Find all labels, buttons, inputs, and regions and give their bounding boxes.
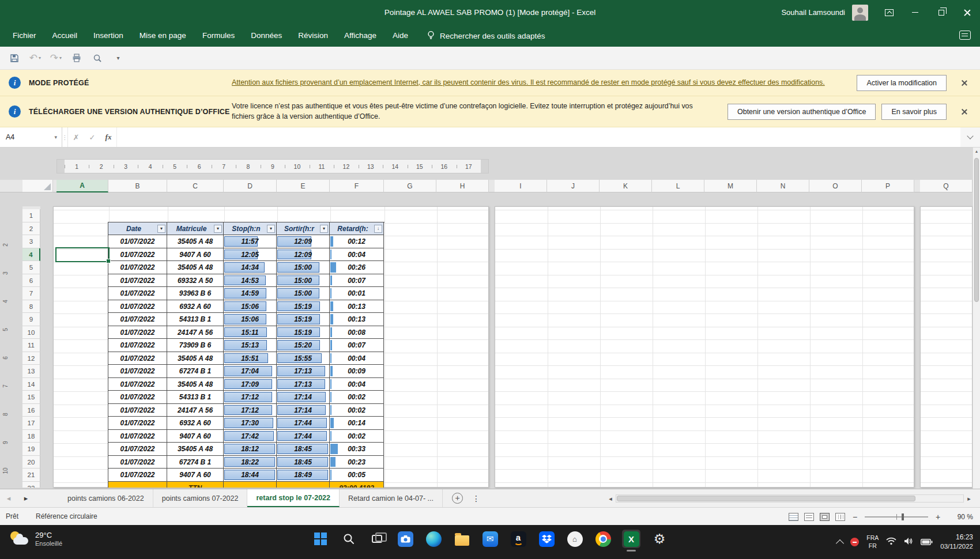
- sheet-tab-retard-camion-le-04-07[interactable]: Retard camion le 04-07- ...: [340, 489, 443, 507]
- cell-F19[interactable]: 00:33: [330, 443, 384, 456]
- learn-more-button[interactable]: En savoir plus: [881, 104, 947, 120]
- cell-E14[interactable]: 17:13: [277, 378, 330, 391]
- cell-F20[interactable]: 00:23: [330, 456, 384, 469]
- tell-me-search[interactable]: Rechercher des outils adaptés: [427, 31, 545, 41]
- cell-D13[interactable]: 17:04: [224, 365, 277, 378]
- sheet-nav-left-icon[interactable]: ◂: [0, 489, 17, 507]
- sheet-tab-points-camions-07-2022[interactable]: points camions 07-2022: [153, 489, 248, 507]
- amazon-button[interactable]: a: [509, 530, 527, 548]
- start-button[interactable]: [311, 530, 330, 548]
- settings-button[interactable]: ⚙: [650, 530, 669, 548]
- cell-F3[interactable]: 00:12: [330, 235, 384, 248]
- language-indicator[interactable]: FRA FR: [866, 534, 879, 549]
- cell-F6[interactable]: 00:07: [330, 274, 384, 287]
- column-header-H[interactable]: H: [436, 180, 489, 192]
- cell-B22[interactable]: [108, 482, 167, 488]
- file-explorer-button[interactable]: [453, 530, 471, 548]
- cell-F17[interactable]: 00:14: [330, 417, 384, 430]
- column-header-N[interactable]: N: [757, 180, 809, 192]
- excel-taskbar-button[interactable]: X: [622, 530, 640, 548]
- formula-bar-expand-icon[interactable]: [960, 127, 980, 147]
- cell-E19[interactable]: 18:45: [277, 443, 330, 456]
- sheet-menu-icon[interactable]: ⋮: [472, 494, 480, 503]
- cell-F16[interactable]: 00:02: [330, 404, 384, 417]
- display-settings-icon[interactable]: [789, 513, 798, 521]
- cell-E9[interactable]: 15:19: [277, 313, 330, 326]
- ribbon-tab-insertion[interactable]: Insertion: [85, 25, 131, 47]
- cell-C8[interactable]: 6932 A 60: [167, 300, 224, 313]
- cancel-icon[interactable]: ✗: [68, 127, 84, 147]
- zoom-out-button[interactable]: −: [851, 512, 859, 522]
- formula-input[interactable]: [116, 127, 960, 147]
- cell-D8[interactable]: 15:06: [224, 300, 277, 313]
- search-button[interactable]: [340, 530, 358, 548]
- cell-F14[interactable]: 00:04: [330, 378, 384, 391]
- filter-button-matricule[interactable]: ▾: [214, 225, 222, 233]
- cell-F9[interactable]: 00:13: [330, 313, 384, 326]
- home-app-button[interactable]: ⌂: [566, 530, 584, 548]
- undo-dropdown-icon[interactable]: ▾: [39, 55, 41, 61]
- cell-F7[interactable]: 00:01: [330, 287, 384, 300]
- cell-B3[interactable]: 01/07/2022: [108, 235, 167, 248]
- redo-dropdown-icon[interactable]: ▾: [59, 55, 62, 61]
- protected-view-message[interactable]: Attention aux fichiers provenant d’un em…: [232, 78, 857, 88]
- column-header-M[interactable]: M: [704, 180, 757, 192]
- cell-B15[interactable]: 01/07/2022: [108, 391, 167, 404]
- undo-button[interactable]: ↶▾: [25, 50, 45, 67]
- column-header-I[interactable]: I: [495, 180, 547, 192]
- cell-D10[interactable]: 15:11: [224, 326, 277, 339]
- horizontal-scrollbar-track[interactable]: [616, 494, 964, 503]
- zoom-percentage[interactable]: 90 %: [948, 513, 973, 521]
- cell-D18[interactable]: 17:42: [224, 430, 277, 443]
- cell-B16[interactable]: 01/07/2022: [108, 404, 167, 417]
- column-header-L[interactable]: L: [652, 180, 704, 192]
- column-header-Q[interactable]: Q: [920, 180, 973, 192]
- cell-B4[interactable]: 01/07/2022: [108, 248, 167, 261]
- cell-E16[interactable]: 17:14: [277, 404, 330, 417]
- page-break-view-button[interactable]: [835, 513, 845, 521]
- select-all-button[interactable]: [22, 180, 53, 192]
- cell-B19[interactable]: 01/07/2022: [108, 443, 167, 456]
- selected-cell-A4[interactable]: [55, 247, 110, 262]
- cell-B6[interactable]: 01/07/2022: [108, 274, 167, 287]
- ribbon-tab-affichage[interactable]: Affichage: [336, 25, 385, 47]
- cell-C14[interactable]: 35405 A 48: [167, 378, 224, 391]
- cell-D4[interactable]: 12:05: [224, 248, 277, 261]
- mail-button[interactable]: ✉: [481, 530, 499, 548]
- new-sheet-button[interactable]: +: [452, 493, 463, 504]
- cell-F13[interactable]: 00:09: [330, 365, 384, 378]
- edge-button[interactable]: [424, 530, 443, 548]
- cell-F5[interactable]: 00:26: [330, 261, 384, 274]
- cell-E20[interactable]: 18:45: [277, 456, 330, 469]
- cell-E5[interactable]: 15:00: [277, 261, 330, 274]
- vertical-scrollbar[interactable]: ▴: [973, 148, 980, 489]
- cell-D7[interactable]: 14:59: [224, 287, 277, 300]
- cell-E3[interactable]: 12:09: [277, 235, 330, 248]
- cell-E21[interactable]: 18:49: [277, 469, 330, 482]
- column-header-C[interactable]: C: [167, 180, 224, 192]
- vertical-scrollbar-thumb[interactable]: [974, 158, 979, 302]
- scroll-up-icon[interactable]: ▴: [973, 149, 980, 154]
- cell-E13[interactable]: 17:13: [277, 365, 330, 378]
- column-header-E[interactable]: E: [277, 180, 330, 192]
- cell-C22[interactable]: TTN: [167, 482, 224, 488]
- cell-F18[interactable]: 00:02: [330, 430, 384, 443]
- cell-C4[interactable]: 9407 A 60: [167, 248, 224, 261]
- cell-D5[interactable]: 14:34: [224, 261, 277, 274]
- cell-B18[interactable]: 01/07/2022: [108, 430, 167, 443]
- battery-icon[interactable]: [921, 537, 933, 547]
- cell-E8[interactable]: 15:19: [277, 300, 330, 313]
- cell-B20[interactable]: 01/07/2022: [108, 456, 167, 469]
- cell-E11[interactable]: 15:20: [277, 339, 330, 352]
- cell-E15[interactable]: 17:14: [277, 391, 330, 404]
- cell-B8[interactable]: 01/07/2022: [108, 300, 167, 313]
- cell-B10[interactable]: 01/07/2022: [108, 326, 167, 339]
- cell-D3[interactable]: 11:57: [224, 235, 277, 248]
- column-header-J[interactable]: J: [547, 180, 600, 192]
- cell-F4[interactable]: 00:04: [330, 248, 384, 261]
- status-message[interactable]: Référence circulaire: [36, 512, 97, 520]
- dropbox-button[interactable]: [537, 530, 556, 548]
- cell-F11[interactable]: 00:07: [330, 339, 384, 352]
- page-layout-view-button[interactable]: [820, 513, 830, 521]
- cell-E10[interactable]: 15:19: [277, 326, 330, 339]
